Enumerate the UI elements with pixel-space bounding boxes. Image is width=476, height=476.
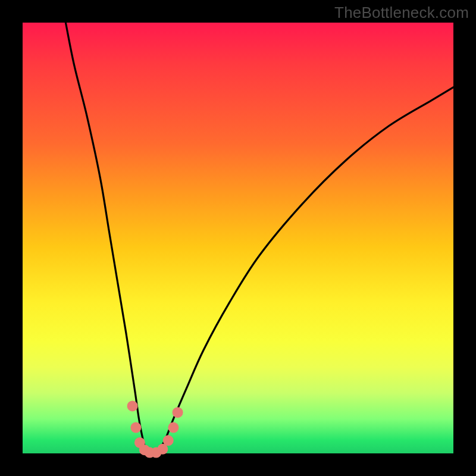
curve-path: [65, 23, 453, 455]
watermark-text: TheBottleneck.com: [334, 4, 469, 22]
highlight-point: [168, 422, 178, 433]
highlight-point: [130, 422, 141, 433]
curve-markers: [127, 400, 183, 458]
highlight-point: [173, 407, 183, 418]
chart-svg: [23, 23, 453, 453]
highlight-point: [163, 435, 174, 446]
highlight-point: [127, 400, 138, 411]
chart-frame: TheBottleneck.com: [0, 0, 476, 476]
chart-plot-area: [23, 23, 453, 453]
bottleneck-curve: [65, 23, 453, 455]
